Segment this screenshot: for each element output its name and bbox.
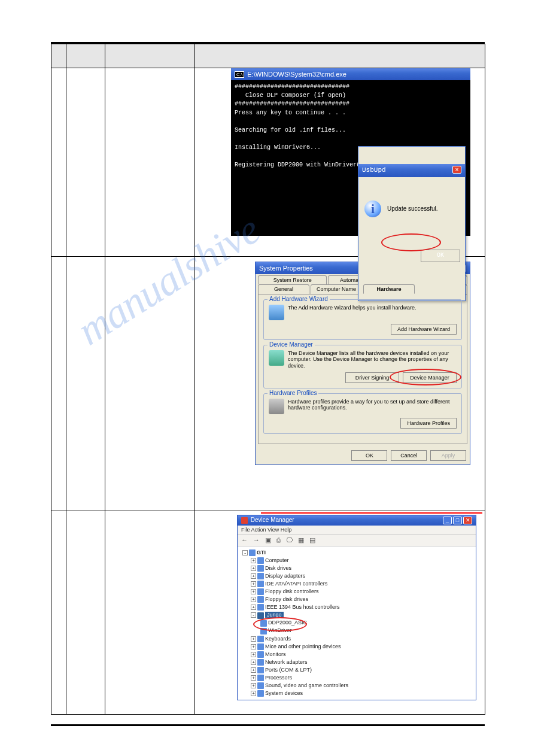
device-tree[interactable]: -GTI +Computer +Disk drives +Display ada…	[238, 546, 476, 700]
tab-computer-name[interactable]: Computer Name	[311, 284, 362, 294]
red-annotation-line	[261, 512, 482, 514]
group-add-hardware: Add Hardware Wizard The Add Hardware Wiz…	[263, 299, 462, 340]
hardware-wizard-icon	[269, 305, 284, 320]
table-row: C:\ E:\WINDOWS\System32\cmd.exe ########…	[51, 68, 485, 257]
device-manager-window: Device Manager _ □ ✕ File Action View He…	[237, 515, 476, 700]
hardware-profiles-button[interactable]: Hardware Profiles	[400, 418, 457, 429]
apply-button[interactable]: Apply	[430, 450, 466, 461]
cancel-button[interactable]: Cancel	[391, 450, 427, 461]
device-manager-button[interactable]: Device Manager	[403, 372, 457, 383]
close-icon[interactable]: ✕	[463, 517, 472, 524]
cmd-window: C:\ E:\WINDOWS\System32\cmd.exe ########…	[231, 68, 470, 236]
usbupd-dialog: UsbUpd ✕ i Update successful. OK	[358, 146, 466, 301]
maximize-icon[interactable]: □	[453, 517, 462, 524]
group-device-manager: Device Manager The Device Manager lists …	[263, 345, 462, 388]
cmd-titlebar: C:\ E:\WINDOWS\System32\cmd.exe	[231, 68, 470, 80]
tab-general[interactable]: General	[258, 284, 309, 294]
instruction-table: C:\ E:\WINDOWS\System32\cmd.exe ########…	[51, 44, 485, 715]
minimize-icon[interactable]: _	[443, 517, 452, 524]
ok-button[interactable]: OK	[351, 450, 387, 461]
hardware-profiles-icon	[269, 399, 284, 414]
sysprop-title: System Properties	[259, 265, 313, 272]
info-icon: i	[364, 201, 381, 217]
group-hardware-profiles: Hardware Profiles Hardware profiles prov…	[263, 393, 462, 434]
tree-node-jungo: Jungo	[265, 612, 284, 618]
page-bottom-rule	[51, 724, 485, 726]
cmd-icon-glyph: C:\	[235, 71, 244, 78]
table-row: Device Manager _ □ ✕ File Action View He…	[51, 511, 485, 715]
driver-signing-button[interactable]: Driver Signing	[345, 372, 399, 383]
ok-button[interactable]: OK	[421, 250, 460, 262]
device-manager-icon	[269, 350, 284, 366]
tab-system-restore[interactable]: System Restore	[258, 275, 327, 284]
highlight-circle	[381, 233, 441, 251]
cmd-output: ################################ Close D…	[231, 80, 470, 236]
table-header-row	[51, 44, 485, 68]
device-manager-icon	[241, 517, 248, 524]
usbupd-title: UsbUpd	[362, 166, 386, 175]
cmd-title-text: E:\WINDOWS\System32\cmd.exe	[247, 71, 346, 78]
close-icon[interactable]: ✕	[452, 166, 461, 174]
usbupd-message: Update successful.	[387, 205, 438, 214]
devmgr-toolbar[interactable]: ← → ▣ ⎙ 🖵 ▦ ▤	[238, 535, 476, 546]
tab-hardware[interactable]: Hardware	[363, 284, 415, 294]
add-hardware-wizard-button[interactable]: Add Hardware Wizard	[391, 324, 457, 335]
devmgr-menu[interactable]: File Action View Help	[238, 526, 476, 535]
